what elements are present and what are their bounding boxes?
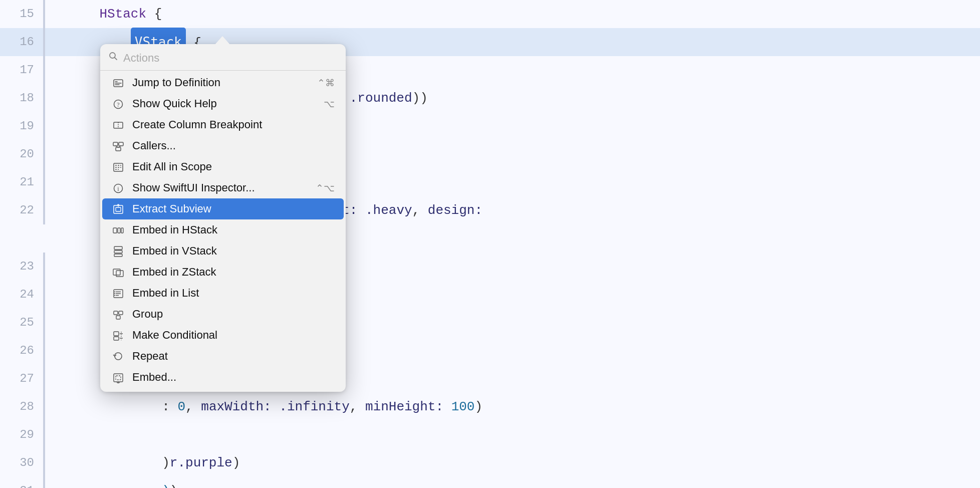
svg-point-38 [114, 295, 115, 296]
breakpoint-icon [111, 119, 125, 131]
line-number-26: 26 [0, 337, 45, 365]
menu-item-embed[interactable]: Embed... [102, 367, 344, 388]
menu-item-list[interactable]: Embed in List [102, 283, 344, 304]
svg-rect-12 [116, 147, 121, 151]
extract-label: Extract Subview [132, 202, 335, 215]
group-label: Group [132, 308, 335, 321]
vstack-label: Embed in VStack [132, 245, 335, 258]
menu-item-inspector[interactable]: i Show SwiftUI Inspector... ⌃⌥ [102, 177, 344, 198]
line-number-25: 25 [0, 309, 45, 337]
svg-rect-48 [116, 376, 121, 380]
svg-rect-26 [121, 228, 123, 233]
search-bar[interactable]: Actions [100, 47, 346, 69]
svg-text:i: i [117, 185, 119, 192]
editscope-icon [111, 161, 125, 173]
divider-1 [100, 70, 346, 71]
menu-item-vstack[interactable]: Embed in VStack [102, 240, 344, 262]
svg-rect-10 [113, 142, 118, 146]
code-line-31: 31 )) [0, 477, 980, 488]
actions-dropdown: Actions Jump to Definition ⌃⌘ ? Show Qui… [100, 44, 346, 392]
line-number-15: 15 [0, 0, 45, 28]
line-number-21: 21 [0, 168, 45, 196]
code-line-29: 29 [0, 421, 980, 449]
conditional-label: Make Conditional [132, 329, 335, 342]
menu-item-hstack[interactable]: Embed in HStack [102, 219, 344, 240]
line-number-18: 18 [0, 84, 45, 112]
inspector-icon: i [111, 182, 125, 194]
svg-point-36 [114, 291, 115, 292]
menu-item-repeat[interactable]: Repeat [102, 346, 344, 367]
svg-rect-28 [114, 251, 122, 253]
line-number-27: 27 [0, 365, 45, 393]
svg-rect-27 [114, 247, 122, 250]
inspector-shortcut: ⌃⌥ [316, 182, 335, 194]
svg-rect-30 [113, 269, 120, 275]
code-line-30: 30 )r.purple) [0, 449, 980, 477]
svg-rect-42 [114, 332, 119, 336]
group-icon [111, 308, 125, 320]
zstack-icon [111, 266, 125, 278]
menu-item-zstack[interactable]: Embed in ZStack [102, 262, 344, 283]
menu-item-editscope[interactable]: Edit All in Scope [102, 156, 344, 177]
menu-item-extract[interactable]: Extract Subview [102, 198, 344, 219]
menu-item-breakpoint[interactable]: Create Column Breakpoint [102, 114, 344, 135]
search-icon [108, 51, 118, 65]
code-text-15: HStack { [52, 0, 162, 28]
list-label: Embed in List [132, 287, 335, 300]
code-line-15: 15 HStack { [0, 0, 980, 28]
line-number-16: 16 [0, 28, 45, 56]
list-icon [111, 287, 125, 299]
menu-item-help[interactable]: ? Show Quick Help ⌥ [102, 93, 344, 114]
hstack-label: Embed in HStack [132, 223, 335, 236]
line-number-19: 19 [0, 112, 45, 140]
line-number-28: 28 [0, 393, 45, 421]
menu-item-jump[interactable]: Jump to Definition ⌃⌘ [102, 72, 344, 93]
jump-label: Jump to Definition [132, 76, 310, 89]
line-number-24: 24 [0, 281, 45, 309]
embed-label: Embed... [132, 371, 335, 384]
line-number-20: 20 [0, 140, 45, 168]
repeat-icon [111, 350, 125, 362]
svg-rect-31 [116, 271, 123, 277]
jump-shortcut: ⌃⌘ [317, 77, 335, 89]
svg-rect-43 [114, 337, 119, 340]
code-text-28: : 0, maxWidth: .infinity, minHeight: 100… [52, 393, 482, 421]
line-number-22: 22 [0, 196, 45, 224]
search-placeholder: Actions [123, 52, 159, 65]
inspector-label: Show SwiftUI Inspector... [132, 181, 309, 194]
svg-rect-25 [118, 228, 120, 233]
code-text-30: )r.purple) [52, 449, 240, 477]
zstack-label: Embed in ZStack [132, 266, 335, 279]
code-icon [111, 77, 125, 89]
svg-rect-47 [114, 374, 123, 382]
svg-line-1 [115, 58, 117, 60]
line-number-17: 17 [0, 56, 45, 84]
svg-rect-22 [116, 207, 121, 211]
svg-rect-11 [119, 142, 123, 146]
vstack-icon [111, 245, 125, 257]
breakpoint-label: Create Column Breakpoint [132, 118, 335, 131]
help-label: Show Quick Help [132, 97, 317, 110]
help-icon: ? [111, 98, 125, 110]
code-text-31: )) [52, 477, 177, 488]
editscope-label: Edit All in Scope [132, 160, 335, 173]
line-number-31: 31 [0, 477, 45, 488]
svg-rect-39 [114, 311, 118, 315]
code-line-28: 28 : 0, maxWidth: .infinity, minHeight: … [0, 393, 980, 421]
line-number-29: 29 [0, 421, 45, 449]
hstack-icon [111, 224, 125, 236]
embed-icon [111, 371, 125, 383]
svg-rect-41 [116, 316, 120, 319]
extract-icon [111, 203, 125, 215]
menu-item-callers[interactable]: Callers... [102, 135, 344, 156]
svg-text:?: ? [117, 101, 119, 108]
svg-rect-24 [113, 228, 117, 233]
menu-item-conditional[interactable]: Make Conditional [102, 325, 344, 346]
svg-rect-40 [119, 311, 123, 315]
conditional-icon [111, 329, 125, 341]
menu-item-group[interactable]: Group [102, 304, 344, 325]
svg-rect-29 [114, 254, 122, 257]
repeat-label: Repeat [132, 350, 335, 363]
line-number-30: 30 [0, 449, 45, 477]
line-number-23: 23 [0, 253, 45, 281]
